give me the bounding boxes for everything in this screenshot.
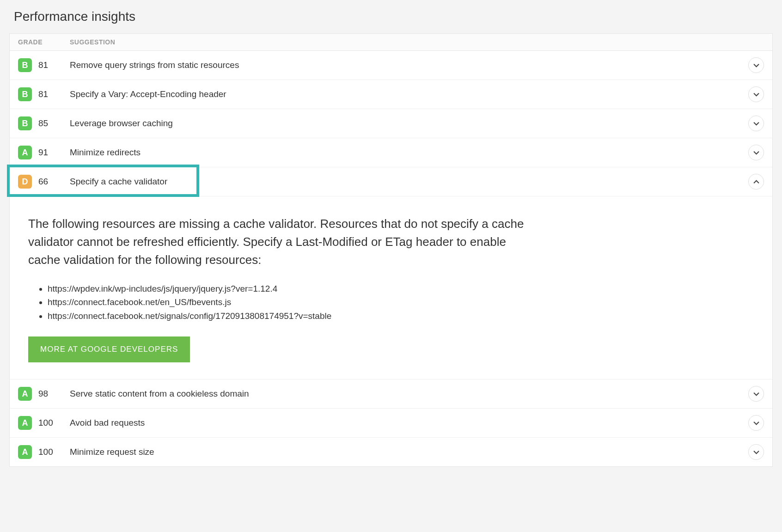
table-row[interactable]: D66Specify a cache validator [10,167,772,196]
score-value: 91 [38,147,55,158]
grade-cell: A100 [18,416,70,430]
suggestion-text: Serve static content from a cookieless d… [70,389,748,399]
score-value: 81 [38,60,55,70]
suggestion-text: Specify a cache validator [70,177,748,187]
score-value: 66 [38,177,55,187]
table-header: GRADE SUGGESTION [10,34,772,51]
table-row[interactable]: B81Remove query strings from static reso… [10,51,772,80]
more-developers-button[interactable]: MORE AT GOOGLE DEVELOPERS [28,336,190,362]
grade-badge: D [18,175,32,189]
suggestion-text: Avoid bad requests [70,418,748,428]
chevron-down-icon[interactable] [748,57,764,73]
table-row[interactable]: B81Specify a Vary: Accept-Encoding heade… [10,80,772,109]
suggestion-text: Specify a Vary: Accept-Encoding header [70,89,748,99]
grade-cell: D66 [18,175,70,189]
chevron-down-icon[interactable] [748,415,764,431]
suggestion-text: Leverage browser caching [70,118,748,128]
chevron-up-icon[interactable] [748,174,764,190]
expanded-detail: The following resources are missing a ca… [10,196,772,379]
panel-title: Performance insights [9,9,773,24]
list-item: https://wpdev.ink/wp-includes/js/jquery/… [48,282,754,295]
chevron-down-icon[interactable] [748,444,764,460]
grade-cell: A100 [18,445,70,459]
score-value: 81 [38,89,55,99]
score-value: 98 [38,389,55,399]
list-item: https://connect.facebook.net/en_US/fbeve… [48,295,754,309]
grade-badge: B [18,87,32,101]
expanded-description: The following resources are missing a ca… [28,215,537,269]
grade-cell: B81 [18,87,70,101]
chevron-down-icon[interactable] [748,86,764,102]
grade-cell: B85 [18,116,70,130]
grade-badge: A [18,416,32,430]
performance-insights-panel: Performance insights GRADE SUGGESTION B8… [9,9,773,467]
score-value: 100 [38,447,55,457]
suggestion-text: Minimize redirects [70,147,748,158]
col-header-suggestion: SUGGESTION [70,38,115,46]
grade-cell: A91 [18,146,70,159]
grade-badge: A [18,146,32,159]
resource-list: https://wpdev.ink/wp-includes/js/jquery/… [28,282,754,323]
table-row[interactable]: B85Leverage browser caching [10,109,772,138]
grade-cell: A98 [18,387,70,401]
table-row[interactable]: A100Minimize request size [10,438,772,466]
score-value: 85 [38,118,55,128]
col-header-grade: GRADE [18,38,70,46]
score-value: 100 [38,418,55,428]
grade-badge: A [18,445,32,459]
insights-table: GRADE SUGGESTION B81Remove query strings… [9,33,773,467]
grade-badge: B [18,58,32,72]
table-row[interactable]: A91Minimize redirects [10,138,772,167]
grade-badge: B [18,116,32,130]
suggestion-text: Remove query strings from static resourc… [70,60,748,70]
chevron-down-icon[interactable] [748,116,764,131]
grade-badge: A [18,387,32,401]
grade-cell: B81 [18,58,70,72]
suggestion-text: Minimize request size [70,447,748,457]
table-row[interactable]: A100Avoid bad requests [10,409,772,438]
table-body: B81Remove query strings from static reso… [10,51,772,466]
chevron-down-icon[interactable] [748,386,764,402]
chevron-down-icon[interactable] [748,145,764,160]
table-row[interactable]: A98Serve static content from a cookieles… [10,379,772,409]
list-item: https://connect.facebook.net/signals/con… [48,309,754,323]
